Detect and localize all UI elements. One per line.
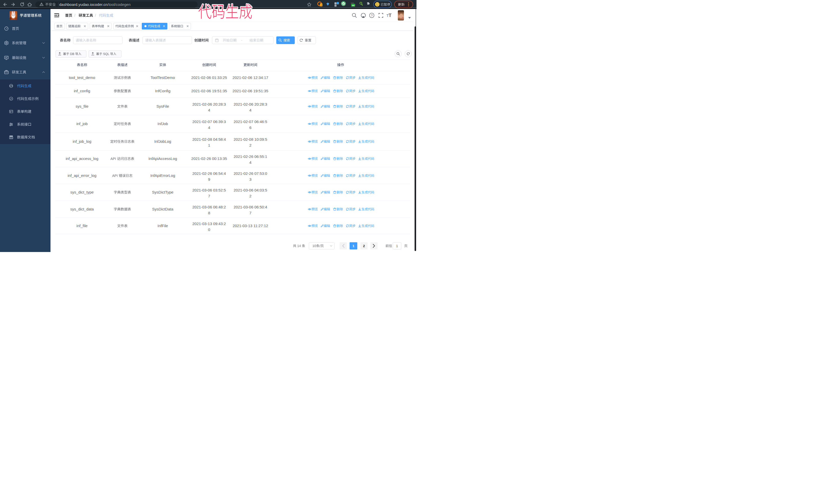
svg-text:InfFile: InfFile — [158, 223, 168, 228]
svg-text:inf_file: inf_file — [76, 223, 88, 228]
svg-text:InfApiErrorLog: InfApiErrorLog — [150, 173, 175, 178]
svg-text:8: 8 — [208, 211, 210, 215]
svg-text:2021-02-06 01:33:25: 2021-02-06 01:33:25 — [191, 75, 227, 80]
svg-text:2021-03-06 04:03:5: 2021-03-06 04:03:5 — [234, 188, 267, 192]
svg-text:2021-02-06 19:51:35: 2021-02-06 19:51:35 — [233, 89, 268, 93]
svg-text:0: 0 — [208, 227, 210, 232]
svg-text:sys_file: sys_file — [76, 104, 89, 109]
svg-text:sys_dict_data: sys_dict_data — [70, 207, 94, 211]
svg-text:sys_dict_type: sys_dict_type — [70, 190, 94, 194]
svg-text:2021-02-26 00:13:35: 2021-02-26 00:13:35 — [191, 157, 227, 161]
svg-text:InfApiAccessLog: InfApiAccessLog — [148, 157, 177, 161]
svg-text:/: / — [95, 13, 96, 18]
svg-text:6: 6 — [249, 125, 252, 130]
svg-text:ToolTestDemo: ToolTestDemo — [150, 75, 175, 80]
svg-text:SysFile: SysFile — [156, 104, 169, 109]
svg-text:InfJob: InfJob — [158, 121, 168, 126]
svg-text:4: 4 — [249, 160, 252, 165]
svg-text:2021-03-13 11:27:12: 2021-03-13 11:27:12 — [233, 223, 268, 228]
svg-text:2021-02-07 06:46:5: 2021-02-07 06:46:5 — [234, 119, 267, 124]
svg-text:2021-02-06 12:34:17: 2021-02-06 12:34:17 — [233, 75, 268, 80]
svg-text:2021-02-08 10:09:5: 2021-02-08 10:09:5 — [234, 137, 267, 142]
svg-text:SysDictType: SysDictType — [152, 190, 173, 194]
svg-text:1: 1 — [208, 143, 210, 147]
svg-text:inf_api_access_log: inf_api_access_log — [66, 157, 98, 161]
svg-text:tool_test_demo: tool_test_demo — [69, 75, 95, 80]
svg-text:2021-02-26 06:54:4: 2021-02-26 06:54:4 — [192, 171, 226, 175]
svg-text:-: - — [241, 38, 242, 42]
svg-text:2021-02-08 04:58:4: 2021-02-08 04:58:4 — [192, 137, 226, 142]
svg-text:InfConfig: InfConfig — [155, 89, 170, 93]
svg-text:2021-02-26 07:53:0: 2021-02-26 07:53:0 — [234, 171, 267, 175]
svg-text:dashboard.yudao.iocoder.cn/too: dashboard.yudao.iocoder.cn/tool/codegen — [59, 2, 131, 7]
svg-text:4: 4 — [249, 108, 252, 112]
svg-text:1: 1 — [320, 4, 322, 6]
svg-text:2: 2 — [249, 194, 252, 198]
svg-text:1: 1 — [396, 244, 398, 248]
svg-text:2021-03-06 06:50:4: 2021-03-06 06:50:4 — [234, 205, 267, 209]
svg-text:1: 1 — [352, 244, 355, 248]
svg-text:2021-02-26 06:55:1: 2021-02-26 06:55:1 — [234, 154, 267, 159]
svg-text:on: on — [352, 4, 355, 7]
svg-text:2021-03-06 06:48:2: 2021-03-06 06:48:2 — [192, 205, 226, 209]
svg-text:InfJobLog: InfJobLog — [154, 139, 171, 144]
svg-text:2021-03-06 03:52:5: 2021-03-06 03:52:5 — [192, 188, 226, 192]
svg-text:4: 4 — [208, 108, 210, 112]
svg-text:?: ? — [371, 14, 373, 18]
svg-text:inf_job: inf_job — [76, 121, 88, 126]
svg-text:7: 7 — [208, 194, 210, 198]
svg-text:/: / — [74, 13, 75, 18]
svg-text:3: 3 — [249, 177, 252, 182]
svg-text:SysDictData: SysDictData — [152, 207, 173, 211]
svg-text:inf_api_error_log: inf_api_error_log — [68, 173, 97, 178]
svg-text:9: 9 — [208, 177, 210, 182]
svg-text:T: T — [388, 13, 391, 18]
svg-text:7: 7 — [249, 211, 252, 215]
svg-text:2: 2 — [249, 143, 252, 147]
svg-text:inf_config: inf_config — [74, 89, 90, 93]
svg-text:2021-03-13 09:43:2: 2021-03-13 09:43:2 — [192, 221, 226, 226]
svg-text:2: 2 — [363, 244, 365, 248]
svg-text:4: 4 — [208, 125, 210, 130]
svg-text:2021-02-07 06:39:3: 2021-02-07 06:39:3 — [192, 119, 226, 124]
svg-text:2021-02-06 20:28:3: 2021-02-06 20:28:3 — [192, 102, 226, 106]
svg-text:2021-02-06 19:51:35: 2021-02-06 19:51:35 — [191, 89, 227, 93]
svg-text:2021-02-06 20:28:3: 2021-02-06 20:28:3 — [234, 102, 267, 106]
svg-text:inf_job_log: inf_job_log — [73, 139, 92, 144]
